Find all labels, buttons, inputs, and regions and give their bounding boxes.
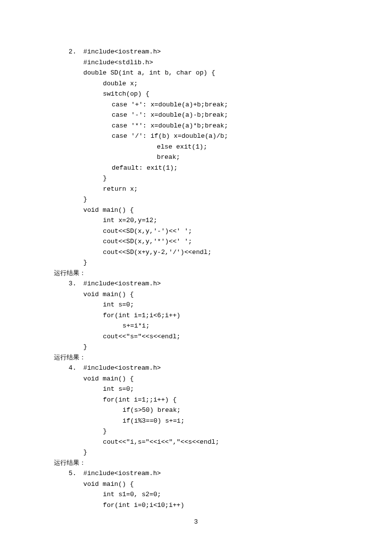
list-item-first-line: 3.#include<iostream.h> [54, 278, 338, 289]
code-line: int x=20,y=12; [54, 215, 338, 226]
code-line: cout<<SD(x,y,'-')<<' '; [54, 226, 338, 237]
code-line: int s=0; [54, 384, 338, 395]
page-number: 3 [0, 518, 392, 526]
code-line: cout<<"i,s="<<i<<","<<s<<endl; [54, 437, 338, 448]
code-line: #include<stdlib.h> [54, 57, 338, 68]
code-text: #include<iostream.h> [83, 470, 161, 477]
code-line: if(s>50) break; [54, 405, 338, 416]
code-line: int s=0; [54, 300, 338, 310]
code-line: for(int i=1;;i++) { [54, 395, 338, 405]
code-text: #include<iostream.h> [83, 280, 161, 287]
list-item-first-line: 5.#include<iostream.h> [54, 468, 338, 479]
code-line: case '*': x=double(a)*b;break; [54, 121, 338, 131]
code-line: } [54, 194, 338, 205]
code-line: double SD(int a, int b, char op) { [54, 68, 338, 78]
list-number: 3. [69, 278, 83, 289]
code-line: cout<<"s="<<s<<endl; [54, 331, 338, 342]
code-line: switch(op) { [54, 89, 338, 100]
code-line: case '/': if(b) x=double(a)/b; [54, 131, 338, 142]
code-line: double x; [54, 78, 338, 89]
code-line: void main() { [54, 374, 338, 384]
result-label: 运行结果： [54, 353, 338, 363]
code-line: } [54, 342, 338, 353]
code-text: #include<iostream.h> [83, 364, 161, 372]
code-line: } [54, 426, 338, 437]
code-line: return x; [54, 184, 338, 195]
code-line: void main() { [54, 205, 338, 216]
code-line: s+=i*i; [54, 321, 338, 331]
code-line: case '+': x=double(a)+b;break; [54, 100, 338, 110]
code-text: #include<iostream.h> [83, 48, 161, 55]
code-line: cout<<SD(x+y,y-2,'/')<<endl; [54, 247, 338, 258]
code-line: void main() { [54, 479, 338, 490]
document-page: 2.#include<iostream.h>#include<stdlib.h>… [0, 0, 392, 510]
code-line: cout<<SD(x,y,'*')<<' '; [54, 236, 338, 247]
code-line: default: exit(1); [54, 163, 338, 174]
code-line: } [54, 257, 338, 268]
code-line: case '-': x=double(a)-b;break; [54, 110, 338, 121]
result-label: 运行结果： [54, 268, 338, 279]
list-item-first-line: 2.#include<iostream.h> [54, 47, 338, 57]
code-line: else exit(1); [54, 142, 338, 152]
list-item-first-line: 4.#include<iostream.h> [54, 363, 338, 374]
code-line: } [54, 447, 338, 458]
code-line: for(int i=1;i<6;i++) [54, 310, 338, 321]
result-label: 运行结果： [54, 458, 338, 469]
code-line: void main() { [54, 289, 338, 300]
code-line: } [54, 173, 338, 184]
code-line: if(i%3==0) s+=i; [54, 416, 338, 427]
code-line: int s1=0, s2=0; [54, 489, 338, 500]
list-number: 2. [69, 47, 83, 57]
code-line: break; [54, 152, 338, 163]
list-number: 4. [69, 363, 83, 374]
code-line: for(int i=0;i<10;i++) [54, 500, 338, 511]
list-number: 5. [69, 468, 83, 479]
